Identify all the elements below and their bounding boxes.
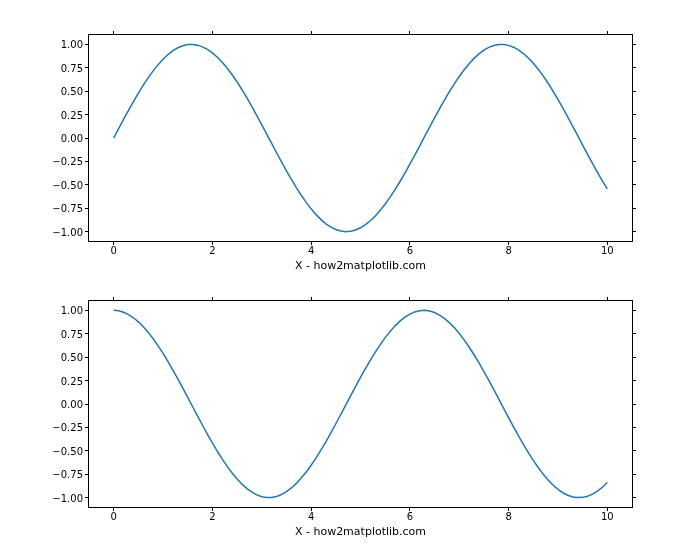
y-tick-label: −0.25	[52, 156, 89, 167]
y-tick-label: −0.50	[52, 179, 89, 190]
y-tick-label: 0.50	[61, 86, 89, 97]
y-tick-label: −1.00	[52, 492, 89, 503]
y-tick-mark	[632, 231, 636, 232]
axes-bottom: X - how2matplotlib.com −1.00−0.75−0.50−0…	[88, 300, 633, 508]
figure: X - how2matplotlib.com −1.00−0.75−0.50−0…	[0, 0, 700, 560]
y-tick-label: 0.00	[61, 133, 89, 144]
x-tick-mark	[212, 297, 213, 301]
line-plot-sin	[89, 35, 632, 241]
y-tick-label: 1.00	[61, 39, 89, 50]
x-tick-mark	[113, 31, 114, 35]
y-tick-mark	[632, 310, 636, 311]
x-tick-mark	[113, 297, 114, 301]
y-tick-label: 0.25	[61, 109, 89, 120]
y-tick-label: 0.25	[61, 375, 89, 386]
y-tick-mark	[632, 450, 636, 451]
x-tick-label: 0	[110, 241, 116, 256]
x-tick-label: 6	[407, 507, 413, 522]
y-tick-label: 0.75	[61, 62, 89, 73]
y-tick-label: −0.25	[52, 422, 89, 433]
y-tick-label: −1.00	[52, 226, 89, 237]
y-tick-mark	[632, 357, 636, 358]
y-tick-label: −0.50	[52, 445, 89, 456]
x-tick-label: 8	[505, 507, 511, 522]
y-tick-mark	[632, 208, 636, 209]
x-tick-label: 10	[601, 507, 614, 522]
y-tick-mark	[632, 333, 636, 334]
y-tick-label: 0.50	[61, 352, 89, 363]
x-tick-mark	[607, 297, 608, 301]
x-tick-label: 10	[601, 241, 614, 256]
y-tick-mark	[632, 67, 636, 68]
x-tick-mark	[409, 31, 410, 35]
y-tick-mark	[632, 91, 636, 92]
x-tick-label: 4	[308, 507, 314, 522]
y-tick-mark	[632, 497, 636, 498]
y-tick-label: 0.00	[61, 399, 89, 410]
y-tick-mark	[632, 474, 636, 475]
y-tick-label: 1.00	[61, 305, 89, 316]
x-axis-label: X - how2matplotlib.com	[295, 259, 426, 272]
y-tick-label: 0.75	[61, 328, 89, 339]
y-tick-label: −0.75	[52, 469, 89, 480]
x-tick-mark	[311, 31, 312, 35]
x-tick-label: 2	[209, 241, 215, 256]
x-tick-mark	[212, 31, 213, 35]
y-tick-mark	[632, 184, 636, 185]
x-tick-mark	[311, 297, 312, 301]
x-tick-label: 4	[308, 241, 314, 256]
y-tick-mark	[632, 138, 636, 139]
axes-top: X - how2matplotlib.com −1.00−0.75−0.50−0…	[88, 34, 633, 242]
x-tick-label: 6	[407, 241, 413, 256]
x-tick-label: 2	[209, 507, 215, 522]
x-axis-label: X - how2matplotlib.com	[295, 525, 426, 538]
y-tick-mark	[632, 44, 636, 45]
y-tick-mark	[632, 114, 636, 115]
y-tick-mark	[632, 161, 636, 162]
x-tick-mark	[409, 297, 410, 301]
line-plot-cos	[89, 301, 632, 507]
y-tick-mark	[632, 404, 636, 405]
x-tick-label: 8	[505, 241, 511, 256]
x-tick-mark	[607, 31, 608, 35]
y-tick-mark	[632, 380, 636, 381]
y-tick-mark	[632, 427, 636, 428]
x-tick-mark	[508, 31, 509, 35]
x-tick-mark	[508, 297, 509, 301]
x-tick-label: 0	[110, 507, 116, 522]
y-tick-label: −0.75	[52, 203, 89, 214]
